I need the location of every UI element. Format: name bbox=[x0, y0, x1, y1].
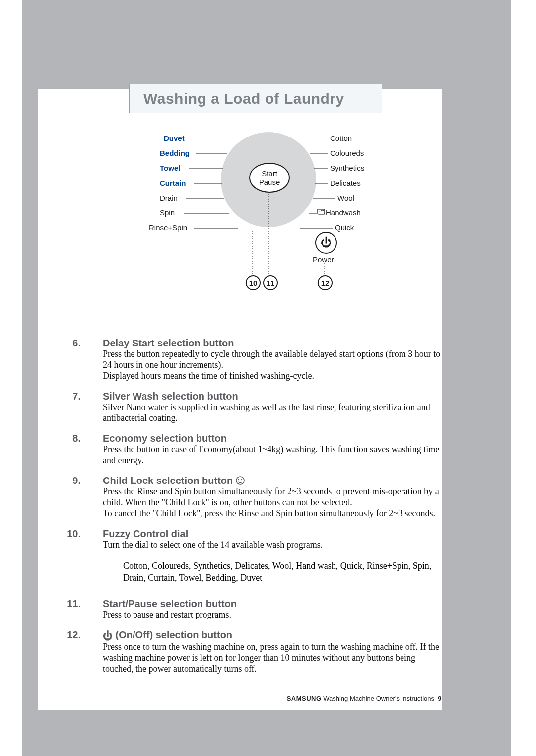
svg-point-18 bbox=[238, 479, 239, 480]
item-7-title: Silver Wash selection button bbox=[103, 391, 238, 402]
item-10-body: Turn the dial to select one of the 14 av… bbox=[87, 540, 444, 550]
item-12-body: Press once to turn the washing machine o… bbox=[87, 642, 444, 675]
footer-text: Washing Machine Owner's Instructions bbox=[322, 695, 434, 702]
margin-top bbox=[22, 0, 511, 89]
dial-diagram: Start Pause Duvet Bedding Towel Curtain … bbox=[164, 139, 362, 303]
item-6-title: Delay Start selection button bbox=[103, 338, 234, 348]
item-7: 7.Silver Wash selection button Silver Na… bbox=[87, 391, 444, 424]
footer-page: 9 bbox=[438, 695, 442, 702]
item-10-title: Fuzzy Control dial bbox=[103, 528, 188, 539]
item-6: 6.Delay Start selection button Press the… bbox=[87, 338, 444, 382]
item-8-title: Economy selection button bbox=[103, 433, 227, 444]
item-12: 12. ⏻ (On/Off) selection button Press on… bbox=[87, 629, 444, 675]
title-box: Washing a Load of Laundry bbox=[129, 84, 382, 113]
item-11-body: Press to pause and restart programs. bbox=[87, 610, 444, 620]
page-title: Washing a Load of Laundry bbox=[143, 90, 344, 107]
instruction-list: 6.Delay Start selection button Press the… bbox=[87, 338, 444, 684]
item-6-body: Press the button repeatedly to cycle thr… bbox=[87, 349, 444, 382]
dial-connectors bbox=[164, 139, 362, 293]
program-list-box: Cotton, Coloureds, Synthetics, Delicates… bbox=[101, 555, 444, 589]
item-11-title: Start/Pause selection button bbox=[103, 598, 237, 609]
margin-right bbox=[442, 0, 511, 711]
item-9-body: Press the Rinse and Spin button simultan… bbox=[87, 486, 444, 519]
item-10: 10.Fuzzy Control dial Turn the dial to s… bbox=[87, 528, 444, 590]
manual-page: Washing a Load of Laundry Start Pause Du… bbox=[0, 0, 536, 756]
item-9-title: Child Lock selection button bbox=[103, 475, 233, 486]
item-12-title: (On/Off) selection button bbox=[116, 629, 233, 640]
svg-point-17 bbox=[236, 477, 244, 484]
child-lock-icon bbox=[235, 476, 245, 485]
svg-point-19 bbox=[241, 479, 242, 480]
footer-brand: SAMSUNG bbox=[287, 695, 322, 702]
margin-bottom bbox=[22, 710, 511, 756]
power-icon-inline: ⏻ bbox=[103, 630, 116, 641]
item-8: 8.Economy selection button Press the but… bbox=[87, 433, 444, 466]
item-8-body: Press the button in case of Economy(abou… bbox=[87, 444, 444, 466]
item-11: 11.Start/Pause selection button Press to… bbox=[87, 598, 444, 620]
item-9: 9. Child Lock selection button Press the… bbox=[87, 475, 444, 519]
margin-left bbox=[22, 0, 38, 756]
item-7-body: Silver Nano water is supplied in washing… bbox=[87, 402, 444, 424]
page-footer: SAMSUNG Washing Machine Owner's Instruct… bbox=[0, 695, 442, 702]
